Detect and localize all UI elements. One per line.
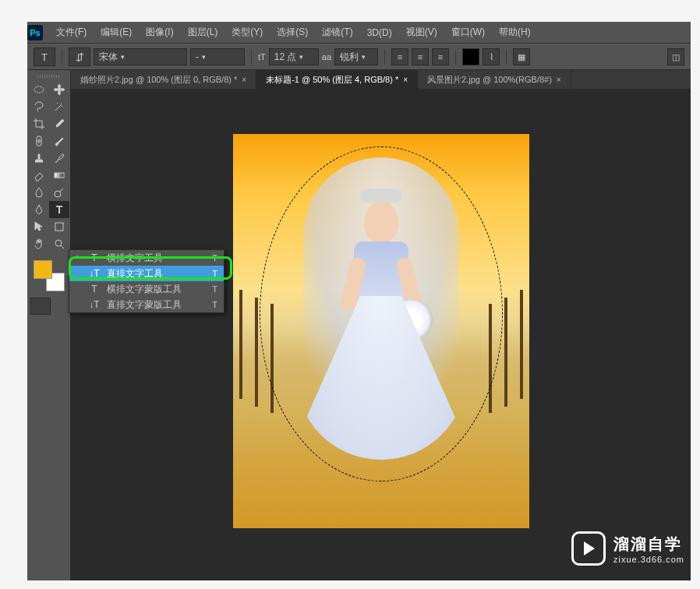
type-mask-icon: T bbox=[88, 284, 101, 294]
healing-brush-tool[interactable] bbox=[29, 132, 49, 150]
font-size-icon: tT bbox=[258, 52, 266, 62]
flyout-vertical-type[interactable]: ↓T 直排文字工具 T bbox=[69, 266, 224, 281]
tool-preset-icon[interactable]: T bbox=[34, 48, 55, 66]
type-tool-flyout: • T 横排文字工具 T ↓T 直排文字工具 T T 横排文字蒙版工具 T ↓T… bbox=[69, 249, 224, 313]
document-tabs: 婚纱照片2.jpg @ 100% (图层 0, RGB/8) * × 未标题-1… bbox=[71, 70, 691, 89]
canvas-image bbox=[233, 134, 529, 528]
menu-image[interactable]: 图像(I) bbox=[139, 22, 180, 43]
menu-select[interactable]: 选择(S) bbox=[270, 22, 315, 43]
brush-tool[interactable] bbox=[49, 132, 69, 150]
menu-help[interactable]: 帮助(H) bbox=[492, 22, 538, 43]
font-family-value: 宋体 bbox=[99, 51, 118, 64]
warp-text-button[interactable]: ⌇ bbox=[483, 48, 500, 65]
3d-button[interactable]: ◫ bbox=[667, 48, 684, 65]
svg-rect-2 bbox=[55, 173, 64, 178]
lasso-tool[interactable] bbox=[29, 98, 49, 115]
svg-point-5 bbox=[55, 240, 62, 246]
marquee-tool[interactable] bbox=[29, 81, 49, 98]
font-style-select[interactable]: - ▾ bbox=[190, 48, 245, 65]
watermark-subtitle: zixue.3d66.com bbox=[613, 555, 684, 564]
doc-tab-label: 未标题-1 @ 50% (图层 4, RGB/8) * bbox=[266, 74, 398, 86]
flyout-shortcut: T bbox=[212, 300, 217, 309]
quick-mask-button[interactable] bbox=[30, 298, 51, 315]
flyout-label: 横排文字蒙版工具 bbox=[107, 283, 182, 296]
zoom-tool[interactable] bbox=[49, 235, 69, 252]
flyout-shortcut: T bbox=[212, 253, 217, 263]
blur-tool[interactable] bbox=[29, 184, 49, 201]
magic-wand-tool[interactable] bbox=[49, 98, 69, 115]
vertical-type-icon: ↓T bbox=[88, 268, 101, 279]
separator bbox=[384, 49, 385, 65]
options-bar: T ⇵ 宋体 ▾ - ▾ tT 12 点 ▾ aa 锐利 ▾ ≡ ≡ ≡ ⌇ ▦ bbox=[27, 44, 691, 70]
text-orientation-button[interactable]: ⇵ bbox=[69, 48, 90, 66]
doc-tab-0[interactable]: 婚纱照片2.jpg @ 100% (图层 0, RGB/8) * × bbox=[71, 70, 256, 89]
doc-tab-label: 风景图片2.jpg @ 100%(RGB/8#) bbox=[427, 74, 552, 86]
font-size-select[interactable]: 12 点 ▾ bbox=[269, 48, 319, 65]
separator bbox=[506, 49, 507, 65]
character-panel-button[interactable]: ▦ bbox=[513, 48, 530, 65]
watermark-title: 溜溜自学 bbox=[613, 534, 684, 555]
type-icon: T bbox=[88, 252, 101, 263]
menu-window[interactable]: 窗口(W) bbox=[444, 22, 492, 43]
menu-view[interactable]: 视图(V) bbox=[399, 22, 444, 43]
flyout-shortcut: T bbox=[212, 284, 217, 294]
menu-layer[interactable]: 图层(L) bbox=[181, 22, 225, 43]
antialias-value: 锐利 bbox=[340, 51, 359, 64]
clone-stamp-tool[interactable] bbox=[29, 150, 49, 167]
canvas-area: 婚纱照片2.jpg @ 100% (图层 0, RGB/8) * × 未标题-1… bbox=[71, 70, 691, 580]
tools-panel: T bbox=[27, 70, 71, 580]
close-icon[interactable]: × bbox=[403, 76, 408, 84]
history-brush-tool[interactable] bbox=[49, 150, 69, 167]
menu-filter[interactable]: 滤镜(T) bbox=[315, 22, 359, 43]
foreground-color[interactable] bbox=[34, 260, 52, 279]
caret-icon: ▾ bbox=[202, 53, 206, 61]
doc-tab-label: 婚纱照片2.jpg @ 100% (图层 0, RGB/8) * bbox=[80, 74, 237, 86]
menu-bar: Ps 文件(F) 编辑(E) 图像(I) 图层(L) 类型(Y) 选择(S) 滤… bbox=[27, 22, 691, 44]
marquee-selection bbox=[260, 146, 503, 481]
eraser-tool[interactable] bbox=[29, 167, 49, 184]
doc-tab-1[interactable]: 未标题-1 @ 50% (图层 4, RGB/8) * × bbox=[256, 70, 418, 89]
separator bbox=[455, 49, 456, 65]
color-swatches[interactable] bbox=[34, 260, 65, 291]
flyout-label: 直排文字蒙版工具 bbox=[107, 298, 182, 312]
shape-tool[interactable] bbox=[49, 218, 69, 235]
watermark-play-icon bbox=[571, 531, 606, 566]
close-icon[interactable]: × bbox=[242, 76, 246, 84]
doc-tab-2[interactable]: 风景图片2.jpg @ 100%(RGB/8#) × bbox=[418, 70, 571, 89]
caret-icon: ▾ bbox=[299, 53, 303, 61]
menu-3d[interactable]: 3D(D) bbox=[360, 22, 399, 43]
vertical-type-mask-icon: ↓T bbox=[88, 299, 101, 310]
flyout-horizontal-type-mask[interactable]: T 横排文字蒙版工具 T bbox=[69, 281, 224, 297]
path-selection-tool[interactable] bbox=[29, 218, 49, 235]
gradient-tool[interactable] bbox=[49, 167, 69, 184]
menu-edit[interactable]: 编辑(E) bbox=[94, 22, 139, 43]
eyedropper-tool[interactable] bbox=[49, 115, 69, 132]
flyout-shortcut: T bbox=[212, 269, 217, 278]
font-size-value: 12 点 bbox=[274, 51, 297, 64]
close-icon[interactable]: × bbox=[557, 76, 561, 84]
menu-type[interactable]: 类型(Y) bbox=[224, 22, 270, 43]
menu-file[interactable]: 文件(F) bbox=[49, 22, 94, 43]
align-left-button[interactable]: ≡ bbox=[391, 48, 408, 65]
caret-icon: ▾ bbox=[121, 53, 125, 61]
crop-tool[interactable] bbox=[29, 115, 49, 132]
canvas-viewport[interactable] bbox=[71, 89, 691, 580]
flyout-vertical-type-mask[interactable]: ↓T 直排文字蒙版工具 T bbox=[69, 297, 224, 312]
main-area: T 婚纱照片2.jpg @ 100% (图层 0, RGB/8) * × 未标题… bbox=[27, 70, 691, 580]
align-right-button[interactable]: ≡ bbox=[432, 48, 449, 65]
font-family-select[interactable]: 宋体 ▾ bbox=[94, 48, 187, 65]
font-style-value: - bbox=[196, 51, 199, 62]
move-tool[interactable] bbox=[49, 81, 69, 98]
flyout-label: 直排文字工具 bbox=[107, 267, 163, 280]
dodge-tool[interactable] bbox=[49, 184, 69, 201]
align-center-button[interactable]: ≡ bbox=[412, 48, 429, 65]
pen-tool[interactable] bbox=[29, 201, 49, 218]
flyout-horizontal-type[interactable]: • T 横排文字工具 T bbox=[69, 250, 224, 266]
text-color-swatch[interactable] bbox=[462, 48, 479, 65]
type-tool[interactable]: T bbox=[49, 201, 69, 218]
antialias-select[interactable]: 锐利 ▾ bbox=[334, 48, 378, 65]
panel-handle[interactable] bbox=[29, 73, 69, 79]
hand-tool[interactable] bbox=[29, 235, 49, 252]
caret-icon: ▾ bbox=[362, 53, 366, 61]
svg-rect-4 bbox=[55, 223, 63, 231]
